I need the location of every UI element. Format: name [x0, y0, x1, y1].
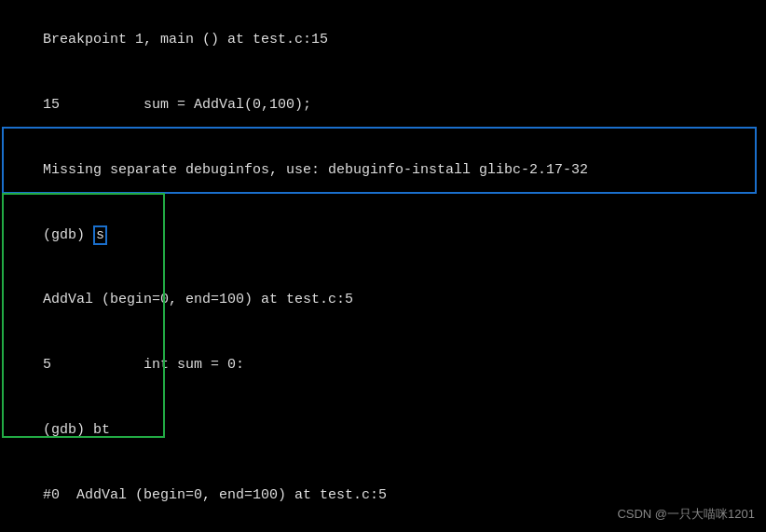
terminal: Breakpoint 1, main () at test.c:15 15 su… [0, 0, 766, 532]
line-6: 5 int sum = 0: [9, 333, 757, 398]
line-5: AddVal (begin=0, end=100) at test.c:5 [9, 267, 757, 333]
line-1: Breakpoint 1, main () at test.c:15 [9, 7, 757, 73]
gdb-s-command: s [93, 225, 107, 245]
watermark: CSDN @一只大喵咪1201 [617, 506, 755, 523]
line-9: #1 0x000000000040086b in main () at test… [9, 527, 757, 532]
line-4: (gdb) s [9, 202, 757, 267]
line-3: Missing separate debuginfos, use: debugi… [9, 138, 757, 203]
line-2: 15 sum = AddVal(0,100); [9, 73, 757, 138]
line-7: (gdb) bt [9, 398, 757, 463]
